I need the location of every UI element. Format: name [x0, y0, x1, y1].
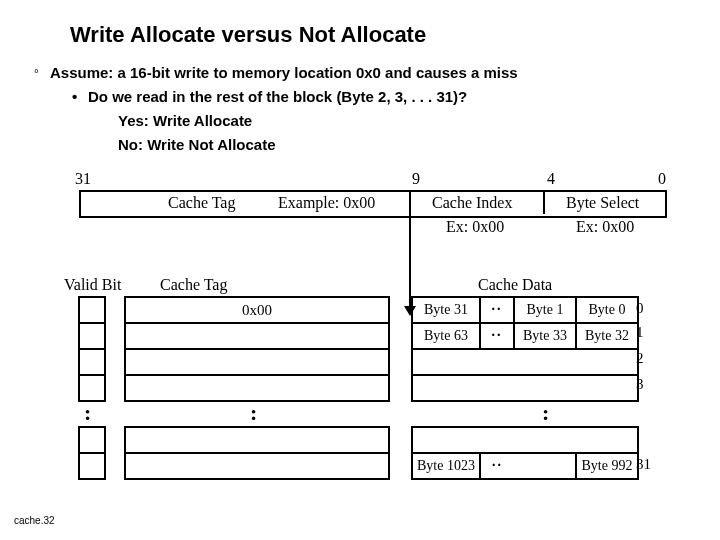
- tag-cell: 0x00: [125, 297, 389, 323]
- valid-dots: :: [84, 400, 91, 426]
- bullet-assume: Assume: a 16-bit write to memory locatio…: [50, 64, 518, 81]
- row-num: 1: [636, 324, 644, 341]
- lbl-cache-index: Cache Index: [432, 194, 512, 212]
- lbl-cache-tag-col: Cache Tag: [160, 276, 227, 294]
- cache-data-table: Byte 31 ·· Byte 1 Byte 0 Byte 63 ·· Byte…: [411, 296, 639, 480]
- bullet-no: No: Write Not Allocate: [118, 136, 276, 153]
- page-title: Write Allocate versus Not Allocate: [70, 22, 426, 48]
- lbl-byte-select: Byte Select: [566, 194, 639, 212]
- row-num: 2: [636, 350, 644, 367]
- bit-label-0: 0: [658, 170, 666, 188]
- bullet-yes: Yes: Write Allocate: [118, 112, 252, 129]
- tag-dots: :: [250, 400, 257, 426]
- data-dots: ··: [480, 323, 514, 349]
- addr-divider: [543, 190, 545, 214]
- dot-bullet: •: [72, 88, 77, 105]
- data-dots: ··: [480, 453, 514, 479]
- row-num: 0: [636, 300, 644, 317]
- lbl-ex-byte: Ex: 0x00: [576, 218, 634, 236]
- row-num: 31: [636, 456, 651, 473]
- data-cell: Byte 0: [576, 297, 638, 323]
- footer-slide-id: cache.32: [14, 515, 55, 526]
- bit-label-31: 31: [75, 170, 91, 188]
- valid-bit-table: [78, 296, 106, 480]
- lbl-cache-tag: Cache Tag: [168, 194, 235, 212]
- data-cell: Byte 1: [514, 297, 576, 323]
- cache-tag-table: 0x00: [124, 296, 390, 480]
- lbl-valid-bit: Valid Bit: [64, 276, 121, 294]
- addr-divider: [409, 190, 411, 214]
- data-cell: Byte 1023: [412, 453, 480, 479]
- data-cell: Byte 63: [412, 323, 480, 349]
- lbl-example: Example: 0x00: [278, 194, 375, 212]
- degree-bullet: °: [34, 67, 39, 81]
- row-num: 3: [636, 376, 644, 393]
- data-cell: Byte 32: [576, 323, 638, 349]
- lbl-ex-index: Ex: 0x00: [446, 218, 504, 236]
- bit-label-9: 9: [412, 170, 420, 188]
- data-cell: Byte 33: [514, 323, 576, 349]
- data-cell: Byte 992: [576, 453, 638, 479]
- lbl-cache-data: Cache Data: [478, 276, 552, 294]
- data-vdots: :: [542, 400, 549, 426]
- data-cell: Byte 31: [412, 297, 480, 323]
- data-dots: ··: [480, 297, 514, 323]
- bit-label-4: 4: [547, 170, 555, 188]
- bullet-do: Do we read in the rest of the block (Byt…: [88, 88, 467, 105]
